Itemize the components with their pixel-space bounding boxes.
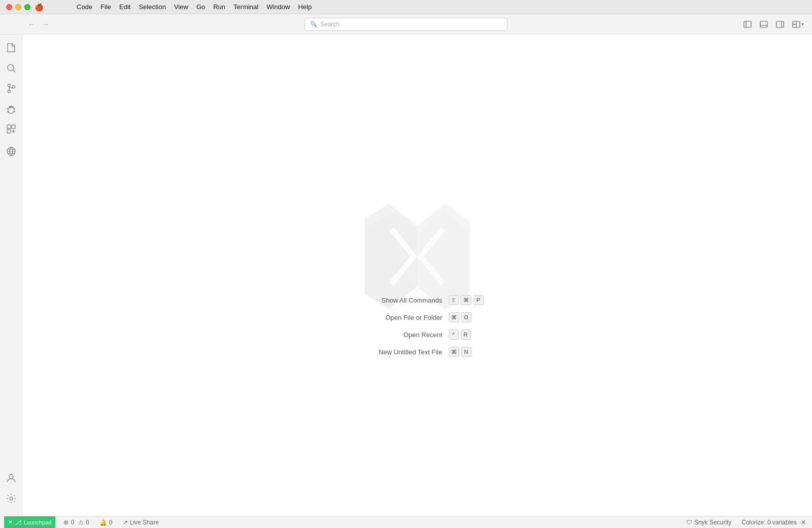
close-button[interactable] xyxy=(6,4,12,10)
key-n: N xyxy=(461,347,471,357)
customize-chevron: ▾ xyxy=(801,21,804,27)
svg-rect-2 xyxy=(760,21,767,27)
key-cmd2: ⌘ xyxy=(449,312,459,322)
svg-line-10 xyxy=(13,70,15,73)
key-cmd3: ⌘ xyxy=(449,347,459,357)
key-r: R xyxy=(461,329,471,340)
menu-code[interactable]: Code xyxy=(77,3,92,11)
search-icon: 🔍 xyxy=(310,21,317,27)
key-o: O xyxy=(461,312,471,322)
error-count: 0 xyxy=(71,519,74,526)
git-branch-label: Launchpad xyxy=(24,519,51,525)
status-right: 🛡 Snyk Security Colorize: 0 variables ✕ xyxy=(684,519,808,526)
menu-go[interactable]: Go xyxy=(196,3,205,11)
source-control-icon[interactable] xyxy=(2,79,20,97)
svg-rect-23 xyxy=(7,129,11,133)
debug-icon[interactable] xyxy=(2,100,20,118)
activity-bar-bottom xyxy=(2,469,20,512)
forward-button[interactable]: → xyxy=(40,18,52,30)
toolbar-nav: ← → xyxy=(25,18,52,30)
menu-edit[interactable]: Edit xyxy=(119,3,130,11)
menu-terminal[interactable]: Terminal xyxy=(233,3,258,11)
live-share-icon: ↗ xyxy=(123,519,128,526)
menu-selection[interactable]: Selection xyxy=(139,3,165,11)
live-share-button[interactable]: ↗ Live Share xyxy=(121,519,161,526)
explorer-icon[interactable] xyxy=(2,39,20,57)
settings-icon[interactable] xyxy=(2,489,20,508)
titlebar-menu: Code File Edit Selection View Go Run Ter… xyxy=(77,3,312,11)
menu-window[interactable]: Window xyxy=(266,3,290,11)
commands-list: Show All Commands ⇧ ⌘ P Open File or Fol… xyxy=(351,295,484,357)
svg-line-17 xyxy=(7,108,8,109)
svg-point-11 xyxy=(8,84,10,87)
snyk-label: Snyk Security xyxy=(694,519,731,526)
errors-button[interactable]: ⊗ 0 ⚠ 0 xyxy=(61,519,91,526)
live-share-label: Live Share xyxy=(130,519,159,526)
menu-file[interactable]: File xyxy=(100,3,111,11)
sidebar-right-icon xyxy=(776,20,784,28)
svg-rect-0 xyxy=(744,21,751,27)
info-button[interactable]: 🔔 0 xyxy=(97,519,115,526)
search-placeholder: Search xyxy=(320,21,340,28)
panel-bottom-icon xyxy=(760,20,768,28)
command-new-file[interactable]: New Untitled Text File ⌘ N xyxy=(351,347,471,357)
account-icon[interactable] xyxy=(2,469,20,487)
traffic-lights xyxy=(6,4,30,10)
command-open-file-keys: ⌘ O xyxy=(449,312,471,322)
toolbar: ← → 🔍 Search xyxy=(0,14,812,35)
minimize-button[interactable] xyxy=(15,4,21,10)
command-open-recent[interactable]: Open Recent ^ R xyxy=(351,329,471,340)
command-show-all-keys: ⇧ ⌘ P xyxy=(449,295,484,305)
svg-point-12 xyxy=(8,90,10,93)
search-sidebar-icon[interactable] xyxy=(2,59,20,77)
svg-rect-4 xyxy=(776,21,784,27)
command-new-file-keys: ⌘ N xyxy=(449,347,471,357)
command-show-all-label: Show All Commands xyxy=(351,296,443,304)
warning-icon: ⚠ xyxy=(78,519,84,526)
menu-view[interactable]: View xyxy=(174,3,188,11)
key-p: P xyxy=(473,295,484,305)
key-ctrl: ^ xyxy=(449,329,459,340)
command-new-file-label: New Untitled Text File xyxy=(351,348,443,356)
search-bar[interactable]: 🔍 Search xyxy=(304,18,507,31)
back-button[interactable]: ← xyxy=(25,18,38,30)
status-bar: ✕ ⎇ Launchpad ⊗ 0 ⚠ 0 🔔 0 ↗ Live Share 🛡… xyxy=(0,516,812,528)
command-open-recent-keys: ^ R xyxy=(449,329,471,340)
command-show-all[interactable]: Show All Commands ⇧ ⌘ P xyxy=(351,295,484,305)
extensions-icon[interactable] xyxy=(2,120,20,138)
git-branch-button[interactable]: ✕ ⎇ Launchpad xyxy=(4,516,55,529)
svg-point-28 xyxy=(9,475,13,479)
command-open-file[interactable]: Open File or Folder ⌘ O xyxy=(351,312,471,322)
menu-run[interactable]: Run xyxy=(213,3,225,11)
sidebar-left-icon xyxy=(743,20,752,28)
welcome-content: Show All Commands ⇧ ⌘ P Open File or Fol… xyxy=(351,193,484,357)
toggle-panel-button[interactable] xyxy=(758,19,770,29)
git-icon: ✕ xyxy=(8,519,13,525)
svg-line-18 xyxy=(14,108,15,109)
error-icon: ⊗ xyxy=(63,519,69,526)
snyk-button[interactable]: 🛡 Snyk Security xyxy=(684,519,733,526)
toggle-sidebar-right-button[interactable] xyxy=(774,19,786,29)
warning-count: 0 xyxy=(86,519,89,526)
maximize-button[interactable] xyxy=(24,4,30,10)
customize-layout-button[interactable]: ▾ xyxy=(790,19,806,29)
menu-help[interactable]: Help xyxy=(298,3,312,11)
layout-icon xyxy=(792,20,800,28)
git-branch-icon: ⎇ xyxy=(15,519,22,526)
svg-rect-21 xyxy=(7,125,11,128)
command-open-recent-label: Open Recent xyxy=(351,331,443,339)
remote-explorer-icon[interactable] xyxy=(2,142,20,160)
titlebar: 🍎 Code File Edit Selection View Go Run T… xyxy=(0,0,812,14)
colorize-button[interactable]: Colorize: 0 variables ✕ xyxy=(739,519,808,526)
toolbar-right: ▾ xyxy=(741,19,806,29)
apple-icon: 🍎 xyxy=(35,3,43,11)
svg-line-19 xyxy=(7,111,8,112)
key-shift: ⇧ xyxy=(449,295,459,305)
colorize-label: Colorize: 0 variables xyxy=(741,519,797,526)
snyk-icon: 🛡 xyxy=(686,519,692,526)
toggle-sidebar-button[interactable] xyxy=(741,19,754,29)
svg-line-20 xyxy=(14,111,15,112)
colorize-close-icon[interactable]: ✕ xyxy=(801,519,806,526)
status-left: ✕ ⎇ Launchpad ⊗ 0 ⚠ 0 🔔 0 ↗ Live Share xyxy=(4,516,161,529)
command-open-file-label: Open File or Folder xyxy=(351,314,443,321)
